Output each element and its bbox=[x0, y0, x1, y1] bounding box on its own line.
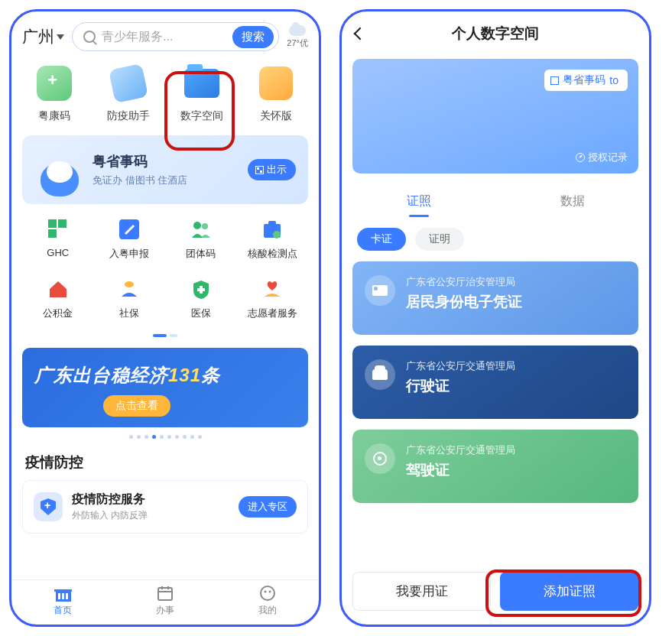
promo-pager bbox=[11, 435, 319, 439]
yss-code-badge[interactable]: 粤省事码 to bbox=[544, 70, 628, 91]
grid-label: 团体码 bbox=[186, 247, 216, 261]
phone-right: 个人数字空间 粤省事码 to 授权记录 证照 数据 卡证 证明 广东省公 bbox=[339, 9, 651, 627]
svg-point-8 bbox=[273, 231, 281, 238]
heart-hands-icon bbox=[261, 277, 284, 300]
tab-data[interactable]: 数据 bbox=[495, 186, 649, 217]
quick-label: 关怀版 bbox=[260, 109, 292, 123]
grid-item-test-sites[interactable]: 核酸检测点 bbox=[237, 218, 309, 261]
promo-title: 广东出台稳经济131条 bbox=[34, 363, 296, 388]
banner-subtitle: 免证办 借图书 住酒店 bbox=[93, 174, 248, 187]
grid-label: 核酸检测点 bbox=[248, 247, 297, 261]
filter-chips: 卡证 证明 bbox=[342, 217, 649, 261]
tabbar: 首页 办事 我的 bbox=[11, 579, 319, 625]
quick-label: 防疫助手 bbox=[107, 109, 150, 123]
health-code-icon bbox=[37, 66, 72, 101]
search-icon bbox=[83, 31, 96, 43]
service-title: 疫情防控服务 bbox=[72, 492, 229, 508]
search-button[interactable]: 搜索 bbox=[232, 26, 274, 48]
cert-department: 广东省公安厅交通管理局 bbox=[406, 359, 626, 373]
promo-banner[interactable]: 广东出台稳经济131条 点击查看 bbox=[22, 348, 308, 427]
quick-item-health-code[interactable]: 粤康码 bbox=[24, 63, 85, 123]
grid-item-group-code[interactable]: 团体码 bbox=[165, 218, 237, 261]
quick-label: 数字空间 bbox=[180, 109, 223, 123]
show-code-button[interactable]: 出示 bbox=[248, 159, 296, 180]
grid-pager bbox=[11, 334, 319, 337]
cloud-icon bbox=[289, 25, 306, 36]
ghc-icon bbox=[47, 218, 70, 241]
cert-department: 广东省公安厅治安管理局 bbox=[406, 275, 626, 289]
svg-rect-0 bbox=[48, 219, 57, 228]
tab-services[interactable]: 办事 bbox=[114, 585, 216, 617]
svg-rect-15 bbox=[158, 588, 172, 600]
cert-name: 行驶证 bbox=[406, 376, 626, 396]
grid-label: 志愿者服务 bbox=[248, 307, 297, 320]
profile-icon bbox=[258, 585, 277, 602]
chip-proofs[interactable]: 证明 bbox=[415, 228, 464, 251]
city-selector[interactable]: 广州 bbox=[22, 26, 64, 47]
cert-name: 居民身份电子凭证 bbox=[406, 292, 626, 312]
quick-label: 粤康码 bbox=[38, 109, 70, 123]
edit-icon bbox=[118, 218, 141, 241]
services-grid: GHC 入粤申报 团体码 核酸检测点 公积金 社保 医保 志愿者服务 bbox=[11, 204, 319, 325]
chip-cards[interactable]: 卡证 bbox=[357, 228, 406, 251]
svg-rect-1 bbox=[58, 219, 67, 228]
certificate-list: 广东省公安厅治安管理局 居民身份电子凭证 广东省公安厅交通管理局 行驶证 广东省… bbox=[342, 261, 649, 503]
house-icon bbox=[47, 277, 70, 300]
cert-card-id[interactable]: 广东省公安厅治安管理局 居民身份电子凭证 bbox=[352, 261, 638, 335]
grid-item-housing-fund[interactable]: 公积金 bbox=[22, 277, 94, 320]
yss-code-banner[interactable]: 粤省事码 免证办 借图书 住酒店 出示 bbox=[22, 135, 308, 204]
grid-item-ghc[interactable]: GHC bbox=[22, 218, 94, 261]
grid-label: 入粤申报 bbox=[109, 247, 149, 261]
weather-text: 27°优 bbox=[287, 37, 308, 49]
section-title: 疫情防控 bbox=[11, 442, 319, 480]
tab-label: 首页 bbox=[54, 604, 72, 617]
add-cert-button[interactable]: 添加证照 bbox=[500, 572, 638, 611]
qr-icon bbox=[550, 76, 559, 85]
use-cert-button[interactable]: 我要用证 bbox=[352, 572, 491, 611]
grid-item-volunteer[interactable]: 志愿者服务 bbox=[237, 277, 309, 320]
quick-item-care-version[interactable]: 关怀版 bbox=[245, 63, 307, 123]
grid-label: 社保 bbox=[119, 307, 139, 320]
spray-icon bbox=[109, 63, 148, 103]
header: 广州 青少年服务... 搜索 27°优 bbox=[11, 11, 319, 56]
service-enter-button[interactable]: 进入专区 bbox=[239, 496, 297, 518]
hero-card: 粤省事码 to 授权记录 bbox=[352, 59, 638, 174]
tab-mine[interactable]: 我的 bbox=[216, 585, 319, 617]
cert-card-driver[interactable]: 广东省公安厅交通管理局 驾驶证 bbox=[352, 430, 638, 503]
quick-access-row: 粤康码 防疫助手 数字空间 关怀版 bbox=[11, 56, 319, 135]
cert-name: 驾驶证 bbox=[406, 460, 626, 480]
tab-certificates[interactable]: 证照 bbox=[342, 186, 495, 217]
quick-item-digital-space[interactable]: 数字空间 bbox=[171, 63, 232, 123]
weather-widget[interactable]: 27°优 bbox=[287, 25, 308, 49]
svg-point-9 bbox=[125, 281, 134, 287]
test-site-icon bbox=[261, 218, 284, 241]
grid-item-social-insurance[interactable]: 社保 bbox=[94, 277, 166, 320]
tab-home[interactable]: 首页 bbox=[11, 585, 114, 617]
grid-label: 公积金 bbox=[43, 307, 73, 320]
grid-item-entry-report[interactable]: 入粤申报 bbox=[94, 218, 166, 261]
home-icon bbox=[54, 585, 72, 602]
id-card-icon bbox=[365, 275, 395, 306]
grid-item-medical-insurance[interactable]: 医保 bbox=[165, 277, 237, 320]
calendar-icon bbox=[156, 585, 174, 602]
quick-item-epidemic-assistant[interactable]: 防疫助手 bbox=[98, 63, 159, 123]
epidemic-service-card[interactable]: 疫情防控服务 外防输入 内防反弹 进入专区 bbox=[22, 480, 308, 534]
cert-card-vehicle[interactable]: 广东省公安厅交通管理局 行驶证 bbox=[352, 346, 638, 419]
promo-button[interactable]: 点击查看 bbox=[103, 395, 170, 417]
chevron-down-icon bbox=[57, 34, 64, 40]
grid-label: 医保 bbox=[191, 307, 211, 320]
svg-rect-14 bbox=[66, 593, 68, 599]
svg-rect-2 bbox=[48, 229, 57, 238]
medical-shield-icon bbox=[190, 277, 213, 300]
care-icon bbox=[259, 67, 293, 100]
tab-label: 我的 bbox=[258, 604, 277, 617]
banner-title: 粤省事码 bbox=[93, 152, 248, 170]
search-bar[interactable]: 青少年服务... 搜索 bbox=[72, 22, 279, 51]
city-name: 广州 bbox=[22, 26, 54, 47]
svg-rect-7 bbox=[268, 221, 276, 226]
mascot-icon bbox=[34, 143, 88, 196]
svg-point-21 bbox=[269, 591, 271, 593]
svg-point-19 bbox=[261, 586, 274, 600]
auth-records-link[interactable]: 授权记录 bbox=[576, 151, 628, 164]
header: 个人数字空间 bbox=[342, 11, 649, 56]
